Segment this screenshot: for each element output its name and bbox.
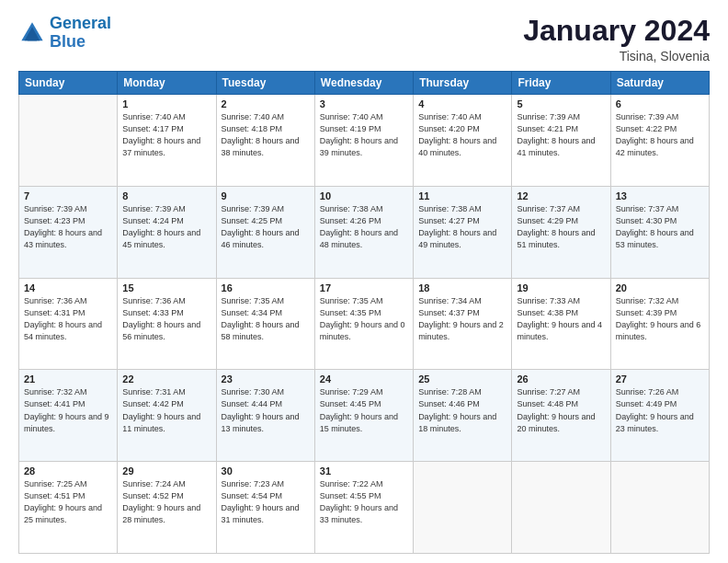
day-info: Sunrise: 7:27 AMSunset: 4:48 PMDaylight:…	[517, 386, 605, 434]
svg-rect-2	[28, 34, 37, 40]
day-info: Sunrise: 7:29 AMSunset: 4:45 PMDaylight:…	[320, 386, 408, 434]
day-info: Sunrise: 7:25 AMSunset: 4:51 PMDaylight:…	[24, 478, 112, 526]
day-info: Sunrise: 7:40 AMSunset: 4:18 PMDaylight:…	[222, 111, 310, 159]
day-info: Sunrise: 7:23 AMSunset: 4:54 PMDaylight:…	[222, 478, 310, 526]
day-info: Sunrise: 7:26 AMSunset: 4:49 PMDaylight:…	[616, 386, 704, 434]
day-number: 7	[24, 190, 112, 201]
day-number: 14	[24, 282, 112, 293]
day-info: Sunrise: 7:35 AMSunset: 4:34 PMDaylight:…	[222, 295, 310, 343]
day-number: 11	[418, 190, 506, 201]
table-row: 5Sunrise: 7:39 AMSunset: 4:21 PMDaylight…	[512, 95, 610, 187]
day-number: 24	[320, 373, 408, 385]
logo: General Blue	[18, 15, 111, 52]
table-row: 9Sunrise: 7:39 AMSunset: 4:25 PMDaylight…	[216, 186, 314, 278]
day-info: Sunrise: 7:40 AMSunset: 4:20 PMDaylight:…	[418, 111, 506, 159]
day-info: Sunrise: 7:24 AMSunset: 4:52 PMDaylight:…	[122, 478, 210, 526]
day-info: Sunrise: 7:38 AMSunset: 4:26 PMDaylight:…	[320, 203, 408, 251]
calendar-header-row: Sunday Monday Tuesday Wednesday Thursday…	[19, 72, 710, 95]
col-thursday: Thursday	[414, 72, 512, 95]
day-number: 13	[616, 190, 704, 201]
table-row: 8Sunrise: 7:39 AMSunset: 4:24 PMDaylight…	[118, 186, 216, 278]
day-number: 2	[222, 98, 310, 109]
day-number: 26	[517, 373, 605, 385]
table-row	[19, 95, 118, 187]
table-row: 26Sunrise: 7:27 AMSunset: 4:48 PMDayligh…	[512, 370, 610, 462]
day-info: Sunrise: 7:37 AMSunset: 4:29 PMDaylight:…	[517, 203, 605, 251]
calendar-week-2: 7Sunrise: 7:39 AMSunset: 4:23 PMDaylight…	[19, 186, 710, 278]
col-saturday: Saturday	[610, 72, 709, 95]
day-info: Sunrise: 7:39 AMSunset: 4:24 PMDaylight:…	[122, 203, 210, 251]
table-row: 20Sunrise: 7:32 AMSunset: 4:39 PMDayligh…	[610, 278, 709, 370]
day-info: Sunrise: 7:37 AMSunset: 4:30 PMDaylight:…	[616, 203, 704, 251]
day-info: Sunrise: 7:30 AMSunset: 4:44 PMDaylight:…	[222, 386, 310, 434]
calendar-week-5: 28Sunrise: 7:25 AMSunset: 4:51 PMDayligh…	[19, 462, 710, 554]
table-row: 12Sunrise: 7:37 AMSunset: 4:29 PMDayligh…	[512, 186, 610, 278]
calendar-week-1: 1Sunrise: 7:40 AMSunset: 4:17 PMDaylight…	[19, 95, 710, 187]
table-row: 3Sunrise: 7:40 AMSunset: 4:19 PMDaylight…	[314, 95, 413, 187]
day-info: Sunrise: 7:38 AMSunset: 4:27 PMDaylight:…	[418, 203, 506, 251]
table-row: 19Sunrise: 7:33 AMSunset: 4:38 PMDayligh…	[512, 278, 610, 370]
col-friday: Friday	[512, 72, 610, 95]
day-number: 23	[222, 373, 310, 385]
day-info: Sunrise: 7:39 AMSunset: 4:25 PMDaylight:…	[222, 203, 310, 251]
day-number: 30	[222, 465, 310, 477]
day-info: Sunrise: 7:40 AMSunset: 4:19 PMDaylight:…	[320, 111, 408, 159]
table-row: 4Sunrise: 7:40 AMSunset: 4:20 PMDaylight…	[414, 95, 512, 187]
day-number: 29	[122, 465, 210, 477]
logo-blue: Blue	[50, 32, 85, 51]
table-row: 6Sunrise: 7:39 AMSunset: 4:22 PMDaylight…	[610, 95, 709, 187]
table-row: 30Sunrise: 7:23 AMSunset: 4:54 PMDayligh…	[216, 462, 314, 554]
day-info: Sunrise: 7:32 AMSunset: 4:39 PMDaylight:…	[616, 295, 704, 343]
day-number: 8	[122, 190, 210, 201]
table-row: 21Sunrise: 7:32 AMSunset: 4:41 PMDayligh…	[19, 370, 118, 462]
table-row: 11Sunrise: 7:38 AMSunset: 4:27 PMDayligh…	[414, 186, 512, 278]
day-number: 17	[320, 282, 408, 293]
table-row: 28Sunrise: 7:25 AMSunset: 4:51 PMDayligh…	[19, 462, 118, 554]
day-info: Sunrise: 7:39 AMSunset: 4:22 PMDaylight:…	[616, 111, 704, 159]
table-row	[512, 462, 610, 554]
day-info: Sunrise: 7:34 AMSunset: 4:37 PMDaylight:…	[418, 295, 506, 343]
header: General Blue January 2024 Tisina, Sloven…	[18, 15, 710, 63]
table-row: 13Sunrise: 7:37 AMSunset: 4:30 PMDayligh…	[610, 186, 709, 278]
day-number: 25	[418, 373, 506, 385]
day-info: Sunrise: 7:36 AMSunset: 4:31 PMDaylight:…	[24, 295, 112, 343]
day-number: 9	[222, 190, 310, 201]
calendar-table: Sunday Monday Tuesday Wednesday Thursday…	[18, 71, 710, 554]
table-row	[414, 462, 512, 554]
table-row: 14Sunrise: 7:36 AMSunset: 4:31 PMDayligh…	[19, 278, 118, 370]
day-number: 28	[24, 465, 112, 477]
table-row: 17Sunrise: 7:35 AMSunset: 4:35 PMDayligh…	[314, 278, 413, 370]
day-number: 16	[222, 282, 310, 293]
day-info: Sunrise: 7:32 AMSunset: 4:41 PMDaylight:…	[24, 386, 112, 434]
day-number: 12	[517, 190, 605, 201]
day-number: 5	[517, 98, 605, 109]
table-row: 1Sunrise: 7:40 AMSunset: 4:17 PMDaylight…	[118, 95, 216, 187]
logo-icon	[18, 19, 46, 47]
day-number: 31	[320, 465, 408, 477]
day-info: Sunrise: 7:33 AMSunset: 4:38 PMDaylight:…	[517, 295, 605, 343]
calendar-week-3: 14Sunrise: 7:36 AMSunset: 4:31 PMDayligh…	[19, 278, 710, 370]
day-number: 20	[616, 282, 704, 293]
day-number: 15	[122, 282, 210, 293]
table-row: 27Sunrise: 7:26 AMSunset: 4:49 PMDayligh…	[610, 370, 709, 462]
day-info: Sunrise: 7:39 AMSunset: 4:23 PMDaylight:…	[24, 203, 112, 251]
day-number: 3	[320, 98, 408, 109]
table-row: 15Sunrise: 7:36 AMSunset: 4:33 PMDayligh…	[118, 278, 216, 370]
table-row	[610, 462, 709, 554]
col-sunday: Sunday	[19, 72, 118, 95]
table-row: 31Sunrise: 7:22 AMSunset: 4:55 PMDayligh…	[314, 462, 413, 554]
table-row: 10Sunrise: 7:38 AMSunset: 4:26 PMDayligh…	[314, 186, 413, 278]
table-row: 7Sunrise: 7:39 AMSunset: 4:23 PMDaylight…	[19, 186, 118, 278]
day-number: 27	[616, 373, 704, 385]
table-row: 29Sunrise: 7:24 AMSunset: 4:52 PMDayligh…	[118, 462, 216, 554]
calendar-week-4: 21Sunrise: 7:32 AMSunset: 4:41 PMDayligh…	[19, 370, 710, 462]
location: Tisina, Slovenia	[523, 49, 710, 63]
day-number: 22	[122, 373, 210, 385]
day-number: 18	[418, 282, 506, 293]
table-row: 22Sunrise: 7:31 AMSunset: 4:42 PMDayligh…	[118, 370, 216, 462]
day-info: Sunrise: 7:31 AMSunset: 4:42 PMDaylight:…	[122, 386, 210, 434]
col-wednesday: Wednesday	[314, 72, 413, 95]
day-number: 4	[418, 98, 506, 109]
day-number: 21	[24, 373, 112, 385]
title-block: January 2024 Tisina, Slovenia	[523, 15, 710, 63]
